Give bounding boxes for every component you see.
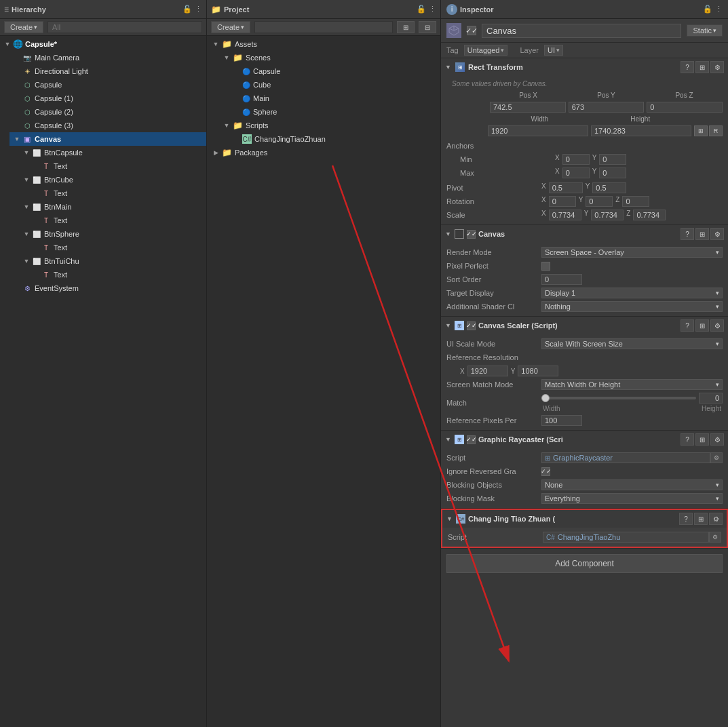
match-value-input[interactable]: [699, 393, 723, 404]
project-cjtz-script[interactable]: C# ChangJingTiaoZhuan: [229, 132, 440, 146]
hierarchy-item-btnmain[interactable]: ▼ ⬜ BtnMain: [19, 200, 206, 214]
canvas-scaler-header[interactable]: ▼ ⊞ ✓ Canvas Scaler (Script) ? ⊞ ⚙: [441, 317, 728, 334]
graphic-raycaster-menu-btn[interactable]: ⚙: [710, 433, 724, 446]
ignore-reversed-checkbox[interactable]: ✓: [541, 467, 550, 476]
canvas-comp-checkbox[interactable]: ✓: [467, 230, 476, 239]
hierarchy-options-icon[interactable]: ⋮: [195, 5, 202, 14]
width-input[interactable]: [488, 125, 588, 136]
pixel-perfect-checkbox[interactable]: [541, 262, 550, 271]
add-component-button[interactable]: Add Component: [446, 554, 723, 573]
hierarchy-item-canvas[interactable]: ▼ ▣ Canvas: [9, 132, 206, 146]
rot-z-input[interactable]: [622, 196, 649, 207]
canvas-comp-info-btn[interactable]: ?: [681, 228, 694, 240]
height-input[interactable]: [591, 125, 691, 136]
project-options-icon[interactable]: ⋮: [429, 5, 436, 14]
target-display-dropdown[interactable]: Display 1 ▾: [541, 288, 723, 298]
rect-transform-menu-btn[interactable]: ⚙: [710, 61, 724, 73]
hierarchy-item-capsule-2[interactable]: ⬡ Capsule (2): [9, 105, 206, 119]
hierarchy-item-capsule-3[interactable]: ⬡ Capsule (3): [9, 119, 206, 132]
ui-scale-mode-dropdown[interactable]: Scale With Screen Size ▾: [541, 338, 723, 349]
hierarchy-item-btntuichu-text[interactable]: T Text: [28, 268, 206, 281]
changjing-expand-btn[interactable]: ⊞: [694, 513, 708, 525]
graphic-raycaster-expand-btn[interactable]: ⊞: [695, 433, 709, 446]
project-search-input[interactable]: [254, 21, 393, 33]
layer-dropdown[interactable]: UI ▾: [544, 45, 563, 56]
hierarchy-item-btntuichu[interactable]: ▼ ⬜ BtnTuiChu: [19, 254, 206, 268]
pivot-y-input[interactable]: [592, 182, 626, 193]
canvas-comp-expand-btn[interactable]: ⊞: [695, 228, 709, 240]
blocking-objects-dropdown[interactable]: None ▾: [541, 479, 723, 490]
inspector-lock-icon[interactable]: 🔓: [703, 5, 712, 14]
pos-y-input[interactable]: [569, 102, 645, 113]
project-create-button[interactable]: Create ▾: [211, 21, 250, 33]
ref-pixels-input[interactable]: [541, 415, 582, 426]
changjing-header[interactable]: ▼ C# Chang Jing Tiao Zhuan ( ? ⊞ ⚙: [442, 510, 727, 528]
hierarchy-item-btncube-text[interactable]: T Text: [28, 186, 206, 200]
screen-match-dropdown[interactable]: Match Width Or Height ▾: [541, 379, 723, 390]
hierarchy-item-capsule[interactable]: ⬡ Capsule: [9, 78, 206, 92]
render-mode-dropdown[interactable]: Screen Space - Overlay ▾: [541, 247, 723, 258]
project-capsule-scene[interactable]: 🔵 Capsule: [229, 64, 440, 78]
cj-script-ref[interactable]: C# ChangJingTiaoZhu: [543, 532, 709, 543]
hierarchy-item-btnsphere[interactable]: ▼ ⬜ BtnSphere: [19, 227, 206, 241]
hierarchy-item-btncube[interactable]: ▼ ⬜ BtnCube: [19, 173, 206, 186]
rect-transform-header[interactable]: ▼ ⊞ Rect Transform ? ⊞ ⚙: [441, 58, 728, 76]
graphic-raycaster-checkbox[interactable]: ✓: [467, 435, 476, 444]
rot-x-input[interactable]: [549, 196, 576, 207]
hierarchy-item-btncapsule-text[interactable]: T Text: [28, 159, 206, 173]
ref-res-y-input[interactable]: [518, 366, 558, 376]
max-y-input[interactable]: [599, 168, 626, 178]
object-active-checkbox[interactable]: ✓: [467, 26, 476, 35]
canvas-scaler-checkbox[interactable]: ✓: [467, 321, 476, 330]
hierarchy-item-btnmain-text[interactable]: T Text: [28, 214, 206, 227]
rot-y-input[interactable]: [586, 196, 613, 207]
graphic-raycaster-info-btn[interactable]: ?: [681, 433, 694, 446]
project-main-scene[interactable]: 🔵 Main: [229, 92, 440, 105]
additional-shader-dropdown[interactable]: Nothing ▾: [541, 301, 723, 312]
min-x-input[interactable]: [562, 154, 590, 165]
hierarchy-item-eventsystem[interactable]: ⚙ EventSystem: [9, 281, 206, 295]
ref-res-x-input[interactable]: [467, 366, 508, 376]
canvas-component-header[interactable]: ▼ ✓ Canvas ? ⊞ ⚙: [441, 225, 728, 243]
project-sphere-scene[interactable]: 🔵 Sphere: [229, 105, 440, 119]
project-packages-folder[interactable]: ▶ 📁 Packages: [207, 146, 440, 159]
blocking-mask-dropdown[interactable]: Everything ▾: [541, 493, 723, 504]
changjing-info-btn[interactable]: ?: [679, 513, 693, 525]
project-scenes-folder[interactable]: ▼ 📁 Scenes: [218, 51, 440, 64]
scale-y-input[interactable]: [591, 210, 624, 220]
project-lock-icon[interactable]: 🔓: [417, 5, 426, 14]
scale-x-input[interactable]: [549, 210, 581, 220]
canvas-scaler-info-btn[interactable]: ?: [681, 319, 694, 332]
canvas-scaler-expand-btn[interactable]: ⊞: [695, 319, 709, 332]
changjing-menu-btn[interactable]: ⚙: [709, 513, 723, 525]
min-y-input[interactable]: [599, 154, 626, 165]
pos-x-input[interactable]: [490, 102, 566, 113]
max-x-input[interactable]: [562, 168, 590, 178]
tag-dropdown[interactable]: Untagged ▾: [464, 45, 508, 56]
hierarchy-root-item[interactable]: ▼ 🌐 Capsule*: [0, 37, 206, 51]
canvas-scaler-menu-btn[interactable]: ⚙: [710, 319, 724, 332]
match-slider[interactable]: [541, 397, 696, 399]
project-cube-scene[interactable]: 🔵 Cube: [229, 78, 440, 92]
canvas-comp-menu-btn[interactable]: ⚙: [710, 228, 724, 240]
anchor-reset-btn[interactable]: R: [709, 125, 723, 136]
anchor-preset-btn[interactable]: ⊞: [694, 125, 708, 136]
project-filter-button[interactable]: ⊟: [419, 21, 436, 33]
hierarchy-item-btnsphere-text[interactable]: T Text: [28, 241, 206, 254]
hierarchy-item-directional-light[interactable]: ☀ Directional Light: [9, 64, 206, 78]
project-view-toggle-button[interactable]: ⊞: [397, 21, 415, 33]
sort-order-input[interactable]: [541, 274, 582, 285]
rect-transform-expand-btn[interactable]: ⊞: [695, 61, 709, 73]
cj-script-settings-btn[interactable]: ⚙: [709, 532, 721, 543]
project-scripts-folder[interactable]: ▼ 📁 Scripts: [218, 119, 440, 132]
pos-z-input[interactable]: [647, 102, 723, 113]
gr-script-settings-btn[interactable]: ⚙: [710, 452, 723, 463]
hierarchy-item-btncapsule[interactable]: ▼ ⬜ BtnCapsule: [19, 146, 206, 159]
hierarchy-create-button[interactable]: Create ▾: [4, 21, 43, 33]
gr-script-ref[interactable]: ⊞ GraphicRaycaster: [541, 452, 710, 463]
hierarchy-search-input[interactable]: [47, 21, 202, 33]
project-assets-folder[interactable]: ▼ 📁 Assets: [207, 37, 440, 51]
hierarchy-item-main-camera[interactable]: 📷 Main Camera: [9, 51, 206, 64]
graphic-raycaster-header[interactable]: ▼ ⊞ ✓ Graphic Raycaster (Scri ? ⊞ ⚙: [441, 431, 728, 448]
hierarchy-item-capsule-1[interactable]: ⬡ Capsule (1): [9, 92, 206, 105]
